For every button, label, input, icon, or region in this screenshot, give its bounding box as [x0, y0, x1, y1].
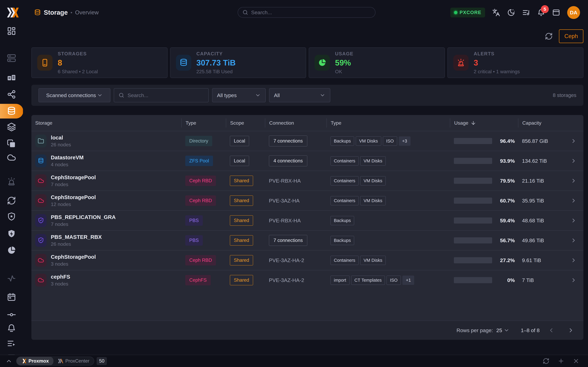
sidebar-item-reports[interactable]	[7, 246, 16, 255]
search-icon	[242, 9, 248, 16]
sidebar-item-layers[interactable]	[7, 122, 16, 132]
usage-percent: 79.5%	[496, 178, 515, 184]
sidebar-item-pipeline[interactable]	[7, 310, 16, 319]
col-content-type[interactable]: Type	[327, 118, 454, 127]
capacity-value: 856.87 GiB	[522, 138, 563, 144]
collapse-up-icon[interactable]	[6, 358, 12, 364]
col-scope[interactable]: Scope	[226, 118, 269, 127]
rows-per-page-select[interactable]: 25	[496, 327, 510, 333]
row-expand-chevron-icon[interactable]	[563, 237, 579, 244]
taskbar-add-icon[interactable]	[558, 358, 564, 364]
usage-bar	[454, 257, 492, 263]
sidebar-item-nodes[interactable]	[7, 53, 16, 63]
scope-badge: Shared	[230, 275, 253, 285]
taskbar-tab-proxmox[interactable]: Proxmox	[17, 357, 53, 366]
content-tag: Backups	[330, 236, 354, 245]
type-filter-select[interactable]: All types	[212, 88, 266, 102]
storage-name: PBS_REPLICATION_GRA	[51, 214, 116, 220]
storage-db-icon	[34, 9, 41, 16]
sidebar-item-tasks[interactable]	[7, 339, 16, 348]
global-search-input[interactable]	[251, 9, 364, 16]
activity-log-icon[interactable]	[522, 8, 530, 17]
proxmox-mini-logo-icon	[21, 359, 26, 363]
dark-mode-moon-icon[interactable]	[507, 8, 515, 17]
table-row[interactable]: cephFS3 nodesCephFSSharedPVE-3AZ-HA-2imp…	[31, 270, 583, 290]
connection-badge[interactable]: 7 connections	[269, 135, 307, 147]
usage-bar	[454, 217, 492, 224]
storage-count-label: 8 storages	[553, 92, 576, 98]
scope-badge: Local	[230, 156, 249, 166]
panel-layout-icon[interactable]	[552, 8, 560, 17]
col-storage[interactable]: Storage	[35, 118, 185, 127]
stat-value: 59%	[335, 58, 354, 67]
sidebar-item-alerts[interactable]	[7, 177, 16, 186]
table-row[interactable]: CephStoragePool7 nodesCeph RBDSharedPVE-…	[31, 171, 583, 191]
connection-badge[interactable]: 4 connections	[269, 155, 307, 166]
row-expand-chevron-icon[interactable]	[563, 138, 579, 144]
row-expand-chevron-icon[interactable]	[563, 277, 579, 283]
search-icon	[118, 92, 124, 98]
sidebar-item-security[interactable]	[7, 212, 16, 221]
database-icon	[176, 55, 191, 71]
user-avatar[interactable]: DA	[567, 6, 580, 19]
sidebar-item-resources[interactable]	[7, 73, 16, 83]
table-row[interactable]: CephStoragePool3 nodesCeph RBDSharedPVE-…	[31, 250, 583, 270]
next-page-icon[interactable]	[568, 327, 574, 334]
scope-filter-select[interactable]: All	[269, 88, 330, 102]
sidebar-item-monitoring[interactable]	[7, 274, 16, 283]
capacity-value: 48.68 TiB	[522, 217, 563, 224]
content-tag-more[interactable]: +1	[402, 275, 414, 285]
col-capacity[interactable]: Capacity	[518, 118, 563, 127]
sidebar-item-schedule[interactable]	[7, 292, 16, 301]
usage-bar	[454, 237, 492, 243]
usage-percent: 56.7%	[496, 237, 515, 243]
table-row[interactable]: DatastoreVM4 nodesZFS PoolLocal4 connect…	[31, 151, 583, 171]
usage-percent: 60.7%	[496, 198, 515, 204]
connections-dropdown[interactable]: Scanned connections	[38, 88, 110, 102]
row-expand-chevron-icon[interactable]	[563, 177, 579, 184]
sidebar-item-dashboard[interactable]	[7, 26, 16, 36]
table-row[interactable]: PBS_REPLICATION_GRA7 nodesPBSSharedPVE-R…	[31, 210, 583, 230]
table-header: Storage Type Scope Connection Type Usage…	[31, 115, 583, 131]
taskbar-tab-proxcenter[interactable]: ProxCenter	[53, 357, 94, 366]
cloud-icon	[35, 174, 47, 187]
table-row[interactable]: CephStoragePool12 nodesCeph RBDSharedPVE…	[31, 191, 583, 210]
sidebar-item-notifications[interactable]	[7, 324, 16, 333]
prev-page-icon[interactable]	[548, 327, 555, 334]
refresh-icon[interactable]	[545, 32, 553, 40]
table-search[interactable]	[114, 88, 209, 102]
row-expand-chevron-icon[interactable]	[563, 257, 579, 263]
row-expand-chevron-icon[interactable]	[563, 217, 579, 224]
stat-label: STORAGES	[58, 51, 98, 57]
col-type[interactable]: Type	[181, 118, 230, 127]
table-search-input[interactable]	[128, 92, 201, 98]
cloud-icon	[35, 254, 47, 267]
sidebar-item-cloud[interactable]	[7, 153, 16, 162]
sidebar-item-more[interactable]	[7, 350, 16, 355]
stat-label: CAPACITY	[197, 51, 236, 57]
row-expand-chevron-icon[interactable]	[563, 197, 579, 204]
language-icon[interactable]	[492, 8, 500, 17]
col-connection[interactable]: Connection	[265, 118, 330, 127]
sidebar-item-templates[interactable]	[7, 139, 16, 148]
storage-name: cephFS	[51, 274, 70, 280]
global-search[interactable]	[238, 7, 375, 18]
notifications-bell-icon[interactable]: 5	[537, 8, 545, 17]
sidebar-item-storage[interactable]	[0, 104, 23, 118]
content-tag-more[interactable]: +3	[399, 136, 411, 146]
capacity-value: 134.62 TiB	[522, 158, 563, 164]
sidebar-item-network[interactable]	[7, 90, 16, 99]
sidebar-item-replication[interactable]	[7, 196, 16, 205]
col-usage[interactable]: Usage	[450, 118, 522, 127]
table-row[interactable]: local26 nodesDirectoryLocal7 connections…	[31, 131, 583, 151]
ceph-button[interactable]: Ceph	[559, 29, 583, 43]
connection-badge[interactable]: 7 connections	[269, 235, 307, 246]
connection-label: PVE-RBX-HA	[269, 217, 301, 223]
sidebar-item-protection[interactable]	[7, 229, 16, 238]
storage-name: DatastoreVM	[51, 154, 84, 161]
taskbar-refresh-icon[interactable]	[543, 358, 549, 364]
row-expand-chevron-icon[interactable]	[563, 158, 579, 164]
table-row[interactable]: PBS_MASTER_RBX26 nodesPBSShared7 connect…	[31, 230, 583, 250]
table-pagination: Rows per page: 25 1–8 of 8	[31, 320, 583, 340]
taskbar-close-icon[interactable]	[573, 358, 579, 364]
